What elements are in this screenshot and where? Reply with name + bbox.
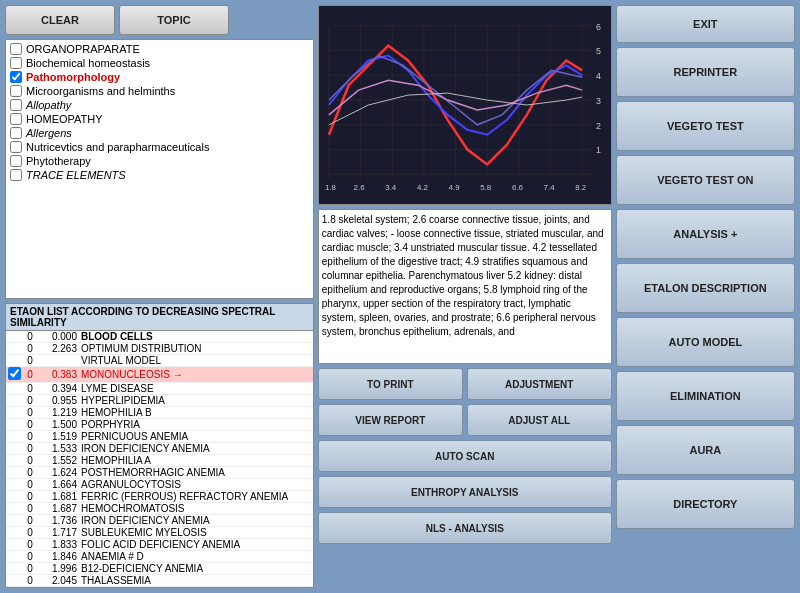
chart-svg: 6 5 4 3 2 1 1.8 2.6 3.4 4.2 4.9 5.8 6.6 … <box>319 6 611 204</box>
checklist-item[interactable]: Allergens <box>8 126 311 140</box>
checklist-item[interactable]: Pathomorphology <box>8 70 311 84</box>
svg-text:3.4: 3.4 <box>385 183 397 192</box>
svg-text:2.6: 2.6 <box>353 183 365 192</box>
checklist-item[interactable]: Nutricevtics and parapharmaceuticals <box>8 140 311 154</box>
svg-text:5.8: 5.8 <box>480 183 492 192</box>
middle-action-buttons: TO PRINT ADJUSTMENT VIEW REPORT ADJUST A… <box>318 368 612 544</box>
adjust-all-button[interactable]: ADJUST ALL <box>467 404 612 436</box>
nls-analysis-button[interactable]: NLS - ANALYSIS <box>318 512 612 544</box>
checklist-item[interactable]: Phytotherapy <box>8 154 311 168</box>
action-row-2: VIEW REPORT ADJUST ALL <box>318 404 612 436</box>
table-row[interactable]: 01.687HEMOCHROMATOSIS <box>6 503 313 515</box>
checklist-item[interactable]: Biochemical homeostasis <box>8 56 311 70</box>
clear-button[interactable]: CLEAR <box>5 5 115 35</box>
svg-text:7.4: 7.4 <box>543 183 555 192</box>
table-row[interactable]: 01.664AGRANULOCYTOSIS <box>6 479 313 491</box>
table-row[interactable]: 00.394LYME DISEASE <box>6 383 313 395</box>
table-row[interactable]: 01.624POSTHEMORRHAGIC ANEMIA <box>6 467 313 479</box>
etalon-panel: ETAON LIST ACCORDING TO DECREASING SPECT… <box>5 303 314 588</box>
chart-area: 6 5 4 3 2 1 1.8 2.6 3.4 4.2 4.9 5.8 6.6 … <box>318 5 612 205</box>
checklist-item[interactable]: TRACE ELEMENTS <box>8 168 311 182</box>
checklist-label: Microorganisms and helminths <box>26 85 175 97</box>
table-row[interactable]: 0VIRTUAL MODEL <box>6 355 313 367</box>
svg-text:1: 1 <box>596 146 601 156</box>
etalon-description-button[interactable]: ETALON DESCRIPTION <box>616 263 795 313</box>
checklist-label: Allopathy <box>26 99 71 111</box>
table-row[interactable]: 00.000BLOOD CELLS <box>6 331 313 343</box>
svg-text:4: 4 <box>596 71 601 81</box>
checklist-label: Biochemical homeostasis <box>26 57 150 69</box>
checklist-label: Pathomorphology <box>26 71 120 83</box>
svg-text:6.6: 6.6 <box>512 183 524 192</box>
directory-button[interactable]: DIRECTORY <box>616 479 795 529</box>
elimination-button[interactable]: ELIMINATION <box>616 371 795 421</box>
etalon-header: ETAON LIST ACCORDING TO DECREASING SPECT… <box>6 304 313 331</box>
action-row-3: AUTO SCAN <box>318 440 612 472</box>
svg-text:4.2: 4.2 <box>417 183 428 192</box>
table-row[interactable]: 00.955HYPERLIPIDEMIA <box>6 395 313 407</box>
table-row[interactable]: 01.219HEMOPHILIA B <box>6 407 313 419</box>
checklist-item[interactable]: Microorganisms and helminths <box>8 84 311 98</box>
svg-text:5: 5 <box>596 47 601 57</box>
table-row[interactable]: 01.500PORPHYRIA <box>6 419 313 431</box>
topic-button[interactable]: TOPIC <box>119 5 229 35</box>
checklist-label: Nutricevtics and parapharmaceuticals <box>26 141 209 153</box>
table-row[interactable]: 01.736IRON DEFICIENCY ANEMIA <box>6 515 313 527</box>
table-row[interactable]: 01.846ANAEMIA # D <box>6 551 313 563</box>
svg-text:1.8: 1.8 <box>325 183 337 192</box>
top-buttons: CLEAR TOPIC <box>5 5 314 35</box>
checklist-label: TRACE ELEMENTS <box>26 169 126 181</box>
table-row[interactable]: 02.045THALASSEMIA <box>6 575 313 587</box>
checklist-label: ORGANOPRAPARATE <box>26 43 140 55</box>
table-row[interactable]: 01.681FERRIC (FERROUS) REFRACTORY ANEMIA <box>6 491 313 503</box>
table-row[interactable]: 01.519PERNICUOUS ANEMIA <box>6 431 313 443</box>
adjustment-button[interactable]: ADJUSTMENT <box>467 368 612 400</box>
exit-button[interactable]: EXIT <box>616 5 795 43</box>
left-panel: CLEAR TOPIC ORGANOPRAPARATEBiochemical h… <box>5 5 314 588</box>
auto-scan-button[interactable]: AUTO SCAN <box>318 440 612 472</box>
table-row[interactable]: 01.552HEMOPHILIA A <box>6 455 313 467</box>
table-row[interactable]: 02.263OPTIMUM DISTRIBUTION <box>6 343 313 355</box>
checklist-item[interactable]: HOMEOPATHY <box>8 112 311 126</box>
reprinter-button[interactable]: REPRINTER <box>616 47 795 97</box>
checklist-item[interactable]: ORGANOPRAPARATE <box>8 42 311 56</box>
checklist-panel: ORGANOPRAPARATEBiochemical homeostasisPa… <box>5 39 314 299</box>
svg-text:2: 2 <box>596 121 601 131</box>
right-panel: EXIT REPRINTER VEGETO TEST VEGETO TEST O… <box>616 5 795 588</box>
checklist-item[interactable]: Allopathy <box>8 98 311 112</box>
table-row[interactable]: 01.717SUBLEUKEMIC MYELOSIS <box>6 527 313 539</box>
vegeto-test-button[interactable]: VEGETO TEST <box>616 101 795 151</box>
svg-text:4.9: 4.9 <box>448 183 460 192</box>
entropy-analysis-button[interactable]: ENTHROPY ANALYSIS <box>318 476 612 508</box>
description-panel: 1.8 skeletal system; 2.6 coarse connecti… <box>318 209 612 364</box>
view-report-button[interactable]: VIEW REPORT <box>318 404 463 436</box>
action-row-4: ENTHROPY ANALYSIS <box>318 476 612 508</box>
table-row[interactable]: 01.533IRON DEFICIENCY ANEMIA <box>6 443 313 455</box>
vegeto-test-on-button[interactable]: VEGETO TEST ON <box>616 155 795 205</box>
etalon-table: 00.000BLOOD CELLS02.263OPTIMUM DISTRIBUT… <box>6 331 313 587</box>
action-row-1: TO PRINT ADJUSTMENT <box>318 368 612 400</box>
table-row[interactable]: 01.833FOLIC ACID DEFICIENCY ANEMIA <box>6 539 313 551</box>
analysis-plus-button[interactable]: ANALYSIS + <box>616 209 795 259</box>
checklist-label: Phytotherapy <box>26 155 91 167</box>
aura-button[interactable]: AURA <box>616 425 795 475</box>
table-row[interactable]: 01.996B12-DEFICIENCY ANEMIA <box>6 563 313 575</box>
checklist-label: HOMEOPATHY <box>26 113 103 125</box>
svg-text:8.2: 8.2 <box>575 183 586 192</box>
to-print-button[interactable]: TO PRINT <box>318 368 463 400</box>
checklist-label: Allergens <box>26 127 72 139</box>
auto-model-button[interactable]: AUTO MODEL <box>616 317 795 367</box>
table-row[interactable]: 00.383MONONUCLEOSIS → <box>6 367 313 383</box>
action-row-5: NLS - ANALYSIS <box>318 512 612 544</box>
svg-text:3: 3 <box>596 96 601 106</box>
middle-panel: 6 5 4 3 2 1 1.8 2.6 3.4 4.2 4.9 5.8 6.6 … <box>318 5 612 588</box>
svg-text:6: 6 <box>596 22 601 32</box>
